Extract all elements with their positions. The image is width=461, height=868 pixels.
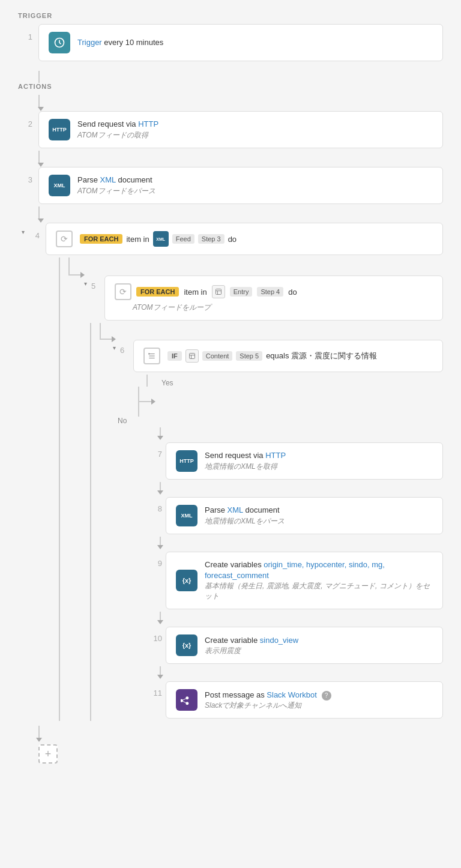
step-11-info-icon[interactable]: ? [322,691,331,701]
step-3-card[interactable]: XML Parse XML document ATOMフィードをパース [38,167,443,204]
step-2-content: Send request via HTTP ATOMフィードの取得 [77,119,158,140]
step-6-content: IF Content Step 5 equals 震源・震度に関する情報 [167,349,433,363]
step-4-feed-icon: XML [153,231,169,247]
step-8-row: 8 XML Parse XML document 地震情報のXMLをパース [150,497,443,534]
step-5-row: ▾ 5 ⟳ FOR EACH item in Entry Step 4 [60,276,443,321]
svg-rect-1 [215,289,221,295]
step-1-number: 1 [18,24,32,41]
step-3-content: Parse XML document ATOMフィードをパース [77,175,155,196]
step-3-icon: XML [49,175,70,196]
step-8-content: Parse XML document 地震情報のXMLをパース [205,505,285,526]
yes-label: Yes [161,379,173,387]
step-5-collapse[interactable]: ▾ [80,276,90,285]
step-2-row: 2 HTTP Send request via HTTP ATOMフィードの取得 [18,111,443,148]
step-6-card[interactable]: IF Content Step 5 equals 震源・震度に関する情報 [133,340,443,372]
step-4-collapse[interactable]: ▾ [18,223,28,232]
step-10-card[interactable]: {x} Create variable sindo_view 表示用震度 [166,627,443,664]
step-7-link[interactable]: HTTP [265,451,286,460]
step-2-title: Send request via HTTP [77,119,158,130]
step-11-icon [176,689,197,711]
step-4-number: 4 [29,223,40,240]
step-5-step-tag: Step 4 [257,287,283,297]
step-1-content: Trigger every 10 minutes [77,37,163,48]
step-9-icon: {x} [176,570,197,591]
step-9-row: 9 {x} Create variables origin_time, hypo… [150,552,443,609]
step-3-row: 3 XML Parse XML document ATOMフィードをパース [18,167,443,204]
step-5-foreach-badge: FOR EACH [136,287,179,297]
step-6-content-icon [185,349,199,363]
step-10-number: 10 [150,627,162,643]
step-5-entry-tag: Entry [230,287,253,297]
step-5-icon: ⟳ [115,283,131,300]
step-11-subtitle: Slackで対象チャンネルへ通知 [205,701,331,711]
step-2-http-link[interactable]: HTTP [138,119,158,128]
step-5-card[interactable]: ⟳ FOR EACH item in Entry Step 4 do ATOMフ… [104,276,443,321]
step-1-trigger-link[interactable]: Trigger [77,38,102,47]
step-6-row: ▾ 6 IF Content [91,340,443,372]
add-step-icon: + [45,749,52,759]
step-9-title: Create variables origin_time, hypocenter… [205,559,433,581]
step-7-icon: HTTP [176,450,197,472]
step-8-subtitle: 地震情報のXMLをパース [205,516,285,526]
step-2-icon: HTTP [49,119,70,140]
step-6-if-badge: IF [167,351,182,361]
step-5-number: 5 [91,276,100,291]
step-11-link[interactable]: Slack Workbot [267,690,317,699]
step-10-title: Create variable sindo_view [205,635,298,646]
step-11-content: Post message as Slack Workbot ? Slackで対象… [205,690,331,711]
step-4-icon: ⟳ [56,231,73,247]
step-1-card[interactable]: Trigger every 10 minutes [38,24,443,61]
step-6-content-tag: Content [202,351,233,361]
step-5-entry-icon [212,285,225,298]
step-6-icon [143,348,160,364]
no-label: No [118,417,127,425]
step-9-content: Create variables origin_time, hypocenter… [205,559,433,601]
step-7-title: Send request via HTTP [205,450,286,461]
step-10-var: sindo_view [260,636,298,645]
step-4-row: ▾ 4 ⟳ FOR EACH item in XML Feed Step 3 d… [18,223,443,255]
step-4-step-tag: Step 3 [198,234,224,244]
actions-label: ACTIONS [18,83,443,90]
step-1-row: 1 Trigger every 10 minutes [18,24,443,61]
step-6-collapse[interactable]: ▾ [109,340,119,349]
step-7-card[interactable]: HTTP Send request via HTTP 地震情報のXMLを取得 [166,442,443,480]
step-2-subtitle: ATOMフィードの取得 [77,130,158,140]
step-3-subtitle: ATOMフィードをパース [77,186,155,196]
step-11-number: 11 [150,681,162,698]
step-2-number: 2 [18,111,32,128]
step-4-card[interactable]: ⟳ FOR EACH item in XML Feed Step 3 do [46,223,443,255]
step-8-icon: XML [176,505,197,526]
step-1-icon [49,32,70,53]
step-9-subtitle: 基本情報（発生日, 震源地, 最大震度, マグニチュード, コメント）をセット [205,581,433,601]
step-5-item-in: item in [184,288,206,297]
step-5-do: do [288,288,297,297]
step-7-row: 7 HTTP Send request via HTTP 地震情報のXMLを取得 [150,442,443,480]
step-10-content: Create variable sindo_view 表示用震度 [205,635,298,656]
trigger-label: TRIGGER [18,12,443,19]
step-9-number: 9 [150,552,162,568]
step-11-card[interactable]: Post message as Slack Workbot ? Slackで対象… [166,681,443,719]
step-5-subtitle: ATOMフィードをループ [115,303,211,313]
add-step-button[interactable]: + [38,744,58,764]
step-4-item-in: item in [126,235,149,244]
step-8-card[interactable]: XML Parse XML document 地震情報のXMLをパース [166,497,443,534]
step-7-number: 7 [150,442,162,459]
step-11-row: 11 Post message as [150,681,443,719]
step-8-title: Parse XML document [205,505,285,516]
step-3-number: 3 [18,167,32,184]
step-10-subtitle: 表示用震度 [205,646,298,656]
step-7-subtitle: 地震情報のXMLを取得 [205,462,286,472]
step-1-title: Trigger every 10 minutes [77,37,163,48]
step-8-link[interactable]: XML [227,505,243,514]
step-10-icon: {x} [176,634,197,656]
step-8-number: 8 [150,497,162,513]
step-4-feed-tag: Feed [172,234,194,244]
svg-point-4 [149,354,149,354]
step-6-number: 6 [120,340,128,355]
step-4-do: do [228,235,237,244]
step-3-xml-link[interactable]: XML [100,175,116,184]
step-9-card[interactable]: {x} Create variables origin_time, hypoce… [166,552,443,609]
step-4-content: FOR EACH item in XML Feed Step 3 do [80,231,433,247]
step-10-row: 10 {x} Create variable sindo_view 表示用震度 [150,627,443,664]
step-2-card[interactable]: HTTP Send request via HTTP ATOMフィードの取得 [38,111,443,148]
